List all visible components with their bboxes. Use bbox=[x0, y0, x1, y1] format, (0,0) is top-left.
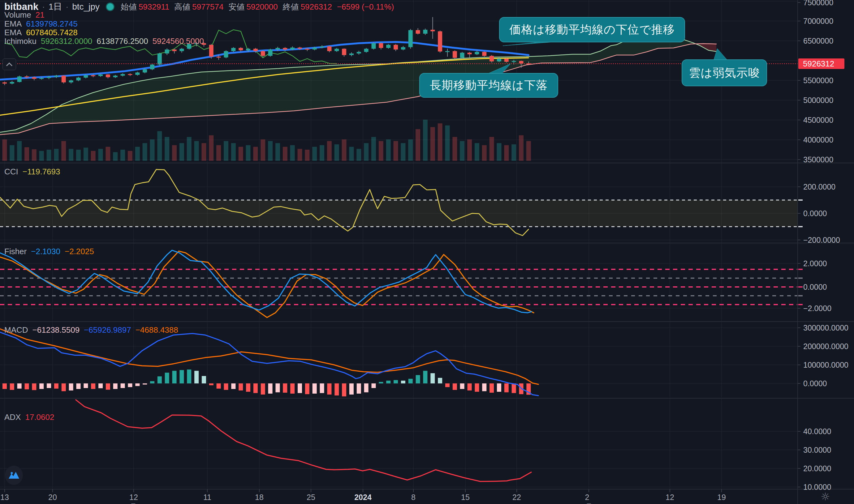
cci-label: CCI bbox=[4, 167, 18, 177]
volume-bar bbox=[76, 150, 81, 161]
candle-body bbox=[268, 50, 273, 56]
macd-histogram-bar bbox=[401, 381, 405, 383]
callout-price-below-ma-text: 価格は移動平均線の下位で推移 bbox=[509, 22, 675, 37]
macd-histogram-bar bbox=[320, 383, 324, 393]
ema-fast-value: 6139798.2745 bbox=[26, 19, 77, 29]
macd-histogram-bar bbox=[84, 383, 88, 388]
ema-fast-legend[interactable]: EMA 6139798.2745 bbox=[4, 19, 78, 29]
macd-histogram-bar bbox=[261, 383, 265, 395]
candle-body bbox=[482, 52, 486, 56]
candle-body bbox=[512, 61, 516, 62]
time-axis-label: 20 bbox=[48, 493, 57, 502]
macd-histogram-bar bbox=[489, 383, 494, 393]
candle-body bbox=[438, 31, 442, 51]
macd-histogram-bar bbox=[475, 383, 479, 392]
macd-line-value: −65926.9897 bbox=[84, 325, 131, 335]
adx-axis-label: 20.0000 bbox=[803, 464, 831, 473]
macd-legend[interactable]: MACD −61238.5509 −65926.9897 −4688.4388 bbox=[4, 325, 178, 335]
volume-bar bbox=[10, 145, 14, 161]
candle-body bbox=[121, 74, 125, 76]
fisher-value-1: −2.1030 bbox=[31, 247, 60, 256]
open-value: 5932911 bbox=[139, 2, 169, 12]
macd-histogram-bar bbox=[254, 383, 258, 393]
adx-legend[interactable]: ADX 17.0602 bbox=[4, 413, 54, 422]
timezone-settings-icon[interactable]: ☼ bbox=[821, 490, 830, 503]
volume-bar bbox=[342, 140, 347, 161]
volume-bar bbox=[298, 149, 302, 161]
volume-bar bbox=[386, 140, 391, 161]
macd-histogram-bar bbox=[313, 383, 317, 394]
volume-bar bbox=[475, 143, 479, 161]
price-axis-label: 7000000 bbox=[803, 16, 833, 26]
candle-body bbox=[2, 82, 7, 84]
candle-body bbox=[128, 74, 132, 75]
volume-legend[interactable]: Volume 21 bbox=[4, 10, 45, 20]
volume-bar bbox=[408, 140, 413, 161]
volume-bar bbox=[224, 141, 228, 161]
fisher-legend[interactable]: Fisher −2.1030 −2.2025 bbox=[4, 247, 94, 256]
volume-bar bbox=[231, 143, 236, 161]
ema-slow-legend[interactable]: EMA 6078405.7428 bbox=[4, 28, 78, 37]
candle-body bbox=[135, 72, 140, 75]
tradingview-logo-button[interactable] bbox=[5, 466, 23, 485]
time-axis-label: 18 bbox=[255, 493, 264, 502]
volume-bar bbox=[371, 137, 376, 161]
volume-bar bbox=[164, 137, 169, 161]
volume-bar bbox=[334, 144, 339, 161]
price-axis-label: 4000000 bbox=[803, 135, 833, 144]
volume-bar bbox=[290, 145, 295, 161]
callout-cloud-bearish[interactable]: 雲は弱気示唆 bbox=[682, 59, 767, 86]
macd-histogram-bar bbox=[157, 376, 162, 383]
volume-bar bbox=[349, 147, 354, 161]
macd-histogram-bar bbox=[54, 383, 58, 389]
adx-axis-label: 10.0000 bbox=[803, 482, 831, 492]
candle-body bbox=[460, 53, 465, 58]
macd-histogram-bar bbox=[32, 383, 36, 390]
macd-histogram-bar bbox=[305, 383, 310, 394]
macd-histogram-bar bbox=[394, 380, 398, 383]
ohlc-row: 始値5932911 高値5977574 安値5920000 終値5926312 … bbox=[121, 2, 397, 12]
volume-bar bbox=[47, 150, 51, 161]
volume-bar bbox=[423, 120, 428, 161]
callout-longterm-ma-falling[interactable]: 長期移動平均線は下落 bbox=[419, 73, 558, 98]
volume-bar bbox=[150, 140, 155, 161]
candle-body bbox=[261, 51, 265, 56]
macd-histogram-bar bbox=[25, 383, 29, 389]
candle-body bbox=[298, 48, 302, 49]
last-price-label: 5926312 bbox=[798, 58, 844, 69]
volume-bar bbox=[69, 149, 73, 161]
ichimoku-legend[interactable]: Ichimoku 5926312.0000 6138776.2500 59245… bbox=[4, 36, 204, 46]
macd-histogram-bar bbox=[386, 381, 390, 383]
candle-body bbox=[475, 52, 479, 54]
volume-bar bbox=[105, 147, 110, 161]
macd-histogram-bar bbox=[224, 383, 228, 390]
cci-legend[interactable]: CCI −119.7693 bbox=[4, 167, 60, 177]
price-axis-label: 5500000 bbox=[803, 76, 833, 85]
volume-bar bbox=[157, 131, 162, 161]
volume-bar bbox=[431, 127, 435, 161]
volume-bar bbox=[519, 136, 524, 161]
volume-bar bbox=[275, 143, 280, 161]
high-label: 高値 bbox=[174, 2, 190, 12]
candle-body bbox=[386, 45, 390, 48]
candle-body bbox=[10, 82, 14, 84]
pair-name: btc_jpy bbox=[72, 2, 100, 12]
interval-button[interactable]: 1日 bbox=[49, 1, 62, 13]
macd-histogram-bar bbox=[275, 383, 280, 392]
candle-body bbox=[172, 50, 177, 51]
macd-histogram-bar bbox=[438, 378, 442, 383]
volume-bar bbox=[216, 145, 221, 161]
macd-histogram-bar bbox=[10, 383, 14, 390]
volume-bar bbox=[283, 147, 287, 161]
candle-body bbox=[106, 74, 110, 77]
volume-bar bbox=[379, 141, 383, 161]
time-axis-label: 19 bbox=[717, 493, 726, 502]
volume-bar bbox=[120, 150, 125, 161]
volume-bar bbox=[364, 143, 368, 161]
callout-price-below-ma[interactable]: 価格は移動平均線の下位で推移 bbox=[499, 17, 685, 42]
market-status-icon bbox=[106, 2, 115, 11]
macd-axis-label: 0.0000 bbox=[803, 379, 827, 388]
collapse-price-line-button[interactable] bbox=[2, 58, 16, 70]
macd-histogram-bar bbox=[106, 383, 110, 390]
volume-bar bbox=[320, 145, 324, 161]
